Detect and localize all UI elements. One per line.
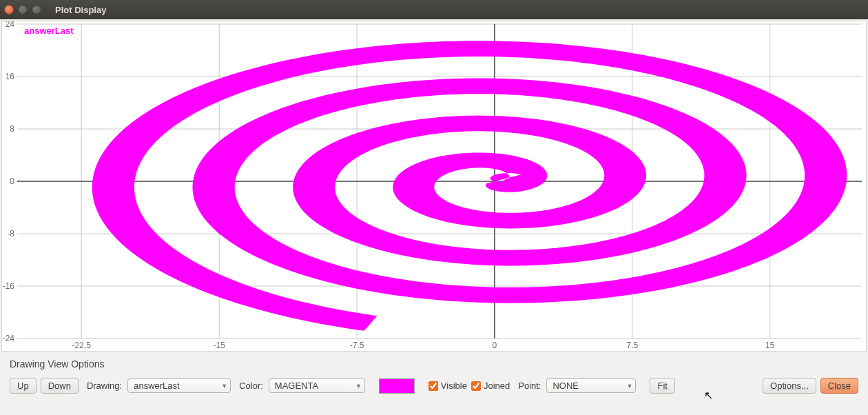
visible-checkbox[interactable]: Visible	[428, 381, 467, 391]
down-button[interactable]: Down	[41, 378, 79, 394]
window-titlebar: Plot Display	[0, 0, 868, 19]
svg-text:-24: -24	[3, 334, 15, 343]
svg-text:-16: -16	[3, 281, 15, 291]
panel-title: Drawing View Options	[10, 358, 858, 370]
close-button[interactable]: Close	[820, 378, 858, 394]
window-minimize-icon[interactable]	[18, 5, 28, 14]
plot-canvas[interactable]: -22.5-15-7.507.515-24-16-8081624 answerL…	[1, 21, 867, 352]
svg-text:16: 16	[6, 72, 15, 81]
svg-text:-15: -15	[214, 341, 226, 350]
color-swatch	[379, 378, 415, 394]
joined-checkbox-label: Joined	[484, 381, 510, 391]
point-select-value: NONE	[552, 381, 579, 391]
toolbar: Up Down Drawing: answerLast ▼ Color: MAG…	[10, 378, 858, 394]
drawing-select[interactable]: answerLast ▼	[127, 378, 231, 393]
joined-checkbox[interactable]: Joined	[471, 381, 510, 391]
chevron-down-icon: ▼	[627, 383, 633, 389]
up-button[interactable]: Up	[10, 378, 37, 394]
legend-entry: answerLast	[24, 26, 74, 36]
drawing-select-value: answerLast	[134, 381, 179, 391]
color-label: Color:	[235, 381, 265, 391]
svg-text:0: 0	[10, 176, 14, 186]
svg-text:24: 24	[6, 21, 15, 29]
chevron-down-icon: ▼	[221, 383, 227, 389]
visible-checkbox-input[interactable]	[428, 381, 438, 391]
window-close-icon[interactable]	[4, 5, 14, 14]
point-label: Point:	[514, 381, 542, 391]
chevron-down-icon: ▼	[355, 383, 362, 389]
svg-text:-7.5: -7.5	[350, 341, 364, 350]
svg-text:7.5: 7.5	[627, 341, 639, 350]
visible-checkbox-label: Visible	[441, 381, 467, 391]
svg-text:15: 15	[765, 341, 775, 350]
options-panel: Drawing View Options Up Down Drawing: an…	[0, 352, 868, 401]
fit-button[interactable]: Fit	[650, 378, 674, 394]
color-select-value: MAGENTA	[275, 381, 318, 391]
svg-text:8: 8	[10, 124, 14, 134]
options-button[interactable]: Options...	[763, 378, 816, 394]
svg-text:-8: -8	[7, 229, 14, 239]
window-title: Plot Display	[55, 5, 106, 15]
plot-svg: -22.5-15-7.507.515-24-16-8081624	[2, 21, 866, 351]
svg-text:0: 0	[493, 341, 497, 350]
window-maximize-icon[interactable]	[32, 5, 41, 14]
drawing-label: Drawing:	[83, 381, 123, 391]
joined-checkbox-input[interactable]	[471, 381, 481, 391]
svg-text:-22.5: -22.5	[72, 341, 92, 350]
color-select[interactable]: MAGENTA ▼	[269, 378, 365, 393]
point-select[interactable]: NONE ▼	[546, 378, 636, 393]
